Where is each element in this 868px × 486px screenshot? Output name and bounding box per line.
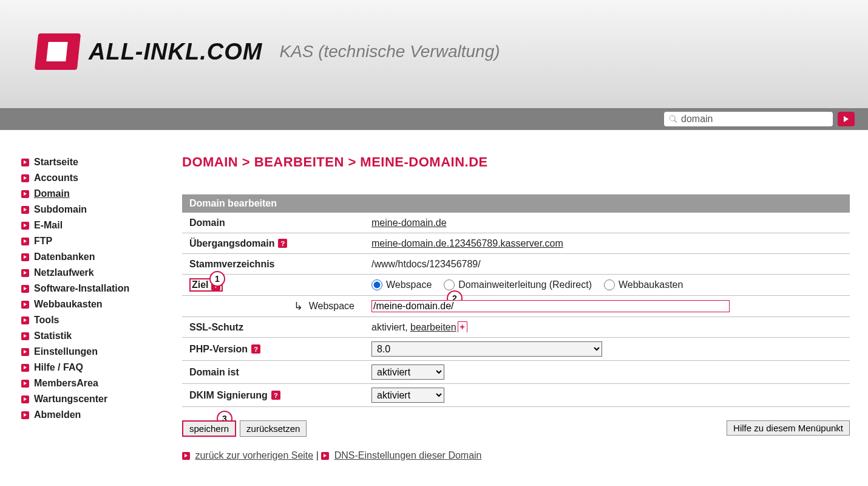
domain-active-select[interactable]: aktiviert xyxy=(371,364,444,380)
add-icon[interactable]: + xyxy=(458,321,467,332)
sidebar-item-webbaukasten[interactable]: Webbaukasten xyxy=(21,296,182,312)
value-transition[interactable]: meine-domain.de.123456789.kasserver.com xyxy=(371,238,563,249)
bullet-icon xyxy=(21,411,29,419)
bullet-icon xyxy=(21,174,29,182)
sidebar-item-ftp[interactable]: FTP xyxy=(21,233,182,249)
sidebar-item-statistik[interactable]: Statistik xyxy=(21,328,182,344)
value-domain[interactable]: meine-domain.de xyxy=(371,217,447,228)
bullet-icon xyxy=(21,395,29,403)
sidebar-item-label: Accounts xyxy=(34,173,78,183)
label-ssl: SSL-Schutz xyxy=(189,322,371,333)
row-dkim: DKIM Signierung ? aktiviert xyxy=(182,384,850,407)
breadcrumb: DOMAIN > BEARBEITEN > MEINE-DOMAIN.DE xyxy=(182,154,850,170)
sidebar-item-label: E-Mail xyxy=(34,220,63,231)
search-icon xyxy=(669,115,677,123)
bullet-icon xyxy=(21,253,29,261)
bullet-icon xyxy=(182,452,190,460)
radio-webspace[interactable] xyxy=(371,279,382,290)
play-icon xyxy=(843,116,849,122)
ssl-edit-link[interactable]: bearbeiten xyxy=(410,322,456,333)
sidebar-item-label: Einstellungen xyxy=(34,346,98,357)
sidebar-item-subdomain[interactable]: Subdomain xyxy=(21,202,182,217)
sidebar-item-datenbanken[interactable]: Datenbanken xyxy=(21,249,182,265)
ssl-status: aktiviert xyxy=(371,322,405,333)
row-domain-active: Domain ist aktiviert xyxy=(182,361,850,384)
annotation-marker-1: Ziel ? xyxy=(189,278,223,292)
help-icon[interactable]: ? xyxy=(251,344,260,354)
panel-title: Domain bearbeiten xyxy=(182,194,850,213)
sidebar-item-label: Webbaukasten xyxy=(34,299,103,310)
bullet-icon xyxy=(21,380,29,388)
logo-icon xyxy=(35,33,81,70)
topbar xyxy=(0,108,868,130)
search-input[interactable] xyxy=(681,114,829,125)
row-ssl: SSL-Schutz aktiviert, bearbeiten + xyxy=(182,317,850,338)
help-icon[interactable]: ? xyxy=(211,281,220,290)
sidebar-item-label: Subdomain xyxy=(34,204,87,215)
radio-builder-label[interactable]: Webbaukasten xyxy=(619,279,683,290)
brand-name: ALL-INKL.COM xyxy=(89,39,262,65)
radio-builder[interactable] xyxy=(604,279,615,290)
sidebar-item-label: Tools xyxy=(34,315,59,326)
bullet-icon xyxy=(21,159,29,166)
bullet-icon xyxy=(21,190,29,198)
sidebar-item-software-installation[interactable]: Software-Installation xyxy=(21,281,182,296)
sidebar-item-label: FTP xyxy=(34,236,52,247)
reset-button[interactable]: zurücksetzen xyxy=(240,420,307,437)
sidebar-item-hilfe-faq[interactable]: Hilfe / FAQ xyxy=(21,360,182,375)
sidebar-item-tools[interactable]: Tools xyxy=(21,312,182,328)
help-icon[interactable]: ? xyxy=(271,391,280,400)
sidebar-item-label: Statistik xyxy=(34,330,72,341)
search-button[interactable] xyxy=(838,112,855,126)
sidebar: StartseiteAccountsDomainSubdomainE-MailF… xyxy=(12,154,182,461)
sidebar-item-einstellungen[interactable]: Einstellungen xyxy=(21,344,182,360)
sidebar-item-label: Datenbanken xyxy=(34,252,95,262)
sidebar-item-label: Wartungscenter xyxy=(34,394,107,405)
sidebar-item-e-mail[interactable]: E-Mail xyxy=(21,217,182,233)
row-rootdir: Stammverzeichnis /www/htdocs/123456789/ xyxy=(182,254,850,275)
php-version-select[interactable]: 8.0 xyxy=(371,341,602,357)
row-target: Ziel ? Webspace Domainweiterleitung (Red… xyxy=(182,275,850,296)
header: ALL-INKL.COM KAS (technische Verwaltung) xyxy=(0,0,868,108)
sidebar-item-accounts[interactable]: Accounts xyxy=(21,170,182,186)
bullet-icon xyxy=(21,238,29,245)
bullet-icon xyxy=(21,364,29,372)
content: DOMAIN > BEARBEITEN > MEINE-DOMAIN.DE Do… xyxy=(182,154,850,461)
sidebar-item-label: Hilfe / FAQ xyxy=(34,362,83,373)
logo-block: ALL-INKL.COM KAS (technische Verwaltung) xyxy=(36,33,500,70)
sidebar-item-domain[interactable]: Domain xyxy=(21,186,182,202)
brand-subtitle: KAS (technische Verwaltung) xyxy=(279,42,500,61)
sidebar-item-label: Startseite xyxy=(34,157,78,168)
label-transition: Übergangsdomain xyxy=(189,238,274,249)
footer-links: zurück zur vorherigen Seite | DNS-Einste… xyxy=(182,450,850,461)
label-rootdir: Stammverzeichnis xyxy=(189,259,371,270)
sidebar-item-membersarea[interactable]: MembersArea xyxy=(21,375,182,391)
row-transition-domain: Übergangsdomain ? meine-domain.de.123456… xyxy=(182,233,850,254)
radio-redirect-label[interactable]: Domainweiterleitung (Redirect) xyxy=(458,279,592,290)
row-domain: Domain meine-domain.de xyxy=(182,213,850,233)
sidebar-item-label: MembersArea xyxy=(34,378,98,389)
bullet-icon xyxy=(21,332,29,340)
sidebar-item-abmelden[interactable]: Abmelden xyxy=(21,407,182,423)
back-link[interactable]: zurück zur vorherigen Seite xyxy=(195,450,313,460)
save-button[interactable]: speichern xyxy=(182,420,236,437)
bullet-icon xyxy=(21,348,29,356)
sidebar-item-netzlaufwerk[interactable]: Netzlaufwerk xyxy=(21,265,182,281)
bullet-icon xyxy=(21,222,29,230)
menu-help-button[interactable]: Hilfe zu diesem Menüpunkt xyxy=(727,420,850,436)
sidebar-item-startseite[interactable]: Startseite xyxy=(21,154,182,170)
sidebar-item-label: Netzlaufwerk xyxy=(34,267,94,278)
radio-webspace-label[interactable]: Webspace xyxy=(386,279,432,290)
sidebar-item-wartungscenter[interactable]: Wartungscenter xyxy=(21,391,182,407)
dns-settings-link[interactable]: DNS-Einstellungen dieser Domain xyxy=(334,450,482,460)
help-icon[interactable]: ? xyxy=(278,239,287,248)
bullet-icon xyxy=(321,452,329,460)
radio-redirect[interactable] xyxy=(444,279,455,290)
value-rootdir: /www/htdocs/123456789/ xyxy=(371,259,843,270)
label-webspace-sub: Webspace xyxy=(309,301,354,312)
bullet-icon xyxy=(21,206,29,214)
dkim-select[interactable]: aktiviert xyxy=(371,388,444,403)
webspace-path-input[interactable] xyxy=(371,300,730,312)
search-field[interactable] xyxy=(664,112,833,126)
row-webspace-path: ↳ Webspace xyxy=(182,296,850,317)
